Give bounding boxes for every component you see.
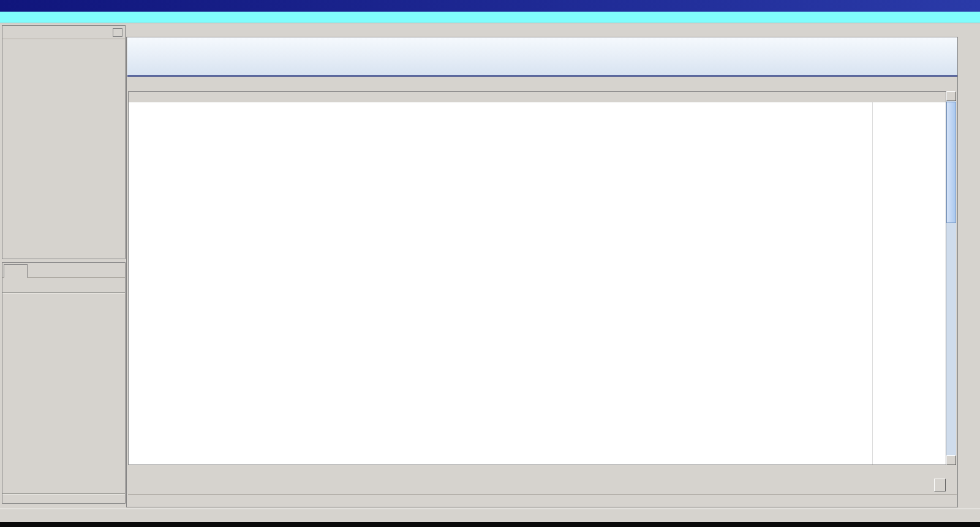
main-panel [126, 23, 958, 507]
booking-contents-totals [2, 493, 125, 503]
title-bar [0, 0, 980, 12]
collapse-panel-button[interactable] [113, 28, 123, 37]
bottom-edge [0, 522, 980, 527]
bottom-tab-strip [128, 494, 957, 505]
results-header-row [129, 92, 946, 102]
suitcase-icon [8, 267, 17, 275]
scroll-up-button[interactable] [946, 91, 956, 101]
grid-divider-line [872, 102, 873, 464]
info-button[interactable] [934, 479, 946, 491]
scroll-down-button[interactable] [946, 455, 956, 465]
vertical-scrollbar[interactable] [946, 91, 956, 465]
header-toolbar [954, 37, 957, 75]
results-grid [128, 91, 946, 465]
navigation-sidebar [2, 25, 126, 259]
booking-contents-list [2, 294, 125, 298]
booking-contents-header [2, 263, 125, 278]
booking-contents-toolbar [2, 278, 125, 294]
app-logo-icon [2, 2, 12, 10]
tab-strip [126, 23, 958, 37]
scrollbar-thumb[interactable] [946, 102, 956, 223]
booking-contents-panel [2, 262, 126, 504]
sidebar-header [2, 26, 125, 39]
booking-contents-tab[interactable] [4, 264, 28, 278]
sidebar-tree [2, 39, 125, 42]
results-header-banner [127, 37, 957, 77]
accommodation-results-view [126, 37, 958, 507]
menu-bar [0, 12, 980, 23]
status-bar [0, 509, 980, 522]
